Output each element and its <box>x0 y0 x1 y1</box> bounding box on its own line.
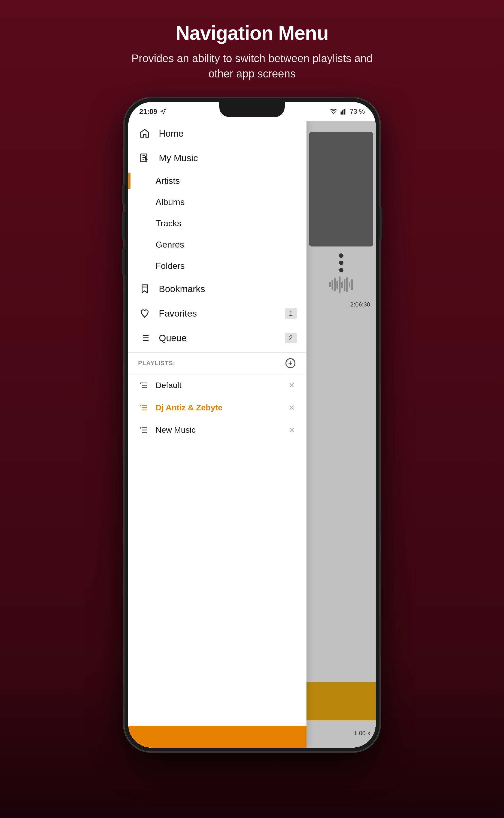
page-subtitle: Provides an ability to switch between pl… <box>129 51 375 81</box>
playlist-dj-antiz-icon <box>138 402 149 413</box>
svg-rect-2 <box>341 111 342 114</box>
bookmarks-icon <box>138 282 151 295</box>
nav-item-my-music[interactable]: My Music <box>128 145 306 170</box>
playlist-item-default[interactable]: Default ✕ <box>128 374 306 396</box>
battery-text: 73 % <box>350 108 365 115</box>
phone-screen: 21:09 73 % <box>128 102 376 748</box>
playlist-default-label: Default <box>156 381 287 390</box>
album-art <box>309 132 373 247</box>
favorites-badge: 1 <box>285 308 296 319</box>
svg-rect-3 <box>342 110 343 114</box>
signal-icon <box>341 108 347 115</box>
queue-label: Queue <box>159 333 187 343</box>
notch <box>219 102 285 117</box>
right-side: 2:06:30 1.00 x <box>306 121 376 748</box>
albums-label: Albums <box>156 197 185 207</box>
svg-rect-5 <box>345 108 346 114</box>
queue-icon <box>138 331 151 344</box>
playlist-new-music-close[interactable]: ✕ <box>287 425 297 435</box>
playlists-section-label: PLAYLISTS: <box>138 360 284 367</box>
my-music-icon <box>138 151 151 164</box>
player-controls-bg <box>306 682 376 720</box>
playlist-new-music-label: New Music <box>156 425 287 435</box>
bookmarks-label: Bookmarks <box>159 284 205 294</box>
phone-button-left-2 <box>122 212 125 240</box>
phone-button-left-3 <box>122 248 125 275</box>
folders-label: Folders <box>156 261 185 271</box>
playlists-header: PLAYLISTS: <box>128 352 306 374</box>
playlist-default-close[interactable]: ✕ <box>287 380 297 390</box>
playlist-default-icon <box>138 380 149 391</box>
page-title: Navigation Menu <box>129 22 375 44</box>
tracks-label: Tracks <box>156 219 181 229</box>
home-icon <box>138 127 151 140</box>
genres-label: Genres <box>156 240 184 250</box>
phone-button-right <box>379 207 382 240</box>
add-playlist-button[interactable] <box>284 357 297 369</box>
favorites-label: Favorites <box>159 308 197 319</box>
navigation-icon <box>160 108 166 114</box>
nav-item-home[interactable]: Home <box>128 121 306 145</box>
playlist-item-dj-antiz[interactable]: Dj Antiz & Zebyte ✕ <box>128 396 306 419</box>
waveform <box>306 274 376 296</box>
playlist-dj-antiz-label: Dj Antiz & Zebyte <box>156 403 287 412</box>
add-icon <box>285 358 296 369</box>
svg-point-31 <box>339 261 343 265</box>
playlist-new-music-icon <box>138 425 149 435</box>
svg-marker-0 <box>161 109 165 114</box>
more-options-icon[interactable] <box>335 252 347 274</box>
player-speed: 1.00 x <box>354 730 370 737</box>
svg-point-32 <box>339 268 343 273</box>
favorites-icon <box>138 307 151 320</box>
artists-label: Artists <box>156 176 180 186</box>
page-header: Navigation Menu Provides an ability to s… <box>129 22 375 81</box>
svg-point-30 <box>339 253 343 258</box>
queue-badge: 2 <box>285 333 296 343</box>
nav-item-favorites[interactable]: Favorites 1 <box>128 301 306 326</box>
home-label: Home <box>159 128 184 139</box>
nav-subitem-folders[interactable]: Folders <box>128 255 306 277</box>
nav-subitem-genres[interactable]: Genres <box>128 234 306 255</box>
playlist-item-new-music[interactable]: New Music ✕ <box>128 419 306 441</box>
phone-wrapper: 21:09 73 % <box>124 98 380 752</box>
player-time: 2:06:30 <box>350 301 370 308</box>
bottom-nav-bar <box>128 726 306 748</box>
status-time-group: 21:09 <box>139 107 166 116</box>
svg-point-1 <box>333 113 334 114</box>
nav-item-bookmarks[interactable]: Bookmarks <box>128 277 306 301</box>
wifi-icon <box>330 108 337 115</box>
nav-subitem-artists[interactable]: Artists <box>128 170 306 191</box>
my-music-label: My Music <box>159 153 198 163</box>
nav-subitem-tracks[interactable]: Tracks <box>128 213 306 234</box>
nav-drawer: Home My Music Artist <box>128 121 306 748</box>
status-icons: 73 % <box>330 108 365 115</box>
status-time: 21:09 <box>139 107 157 116</box>
playlist-dj-antiz-close[interactable]: ✕ <box>287 403 297 413</box>
phone-button-left-1 <box>122 185 125 204</box>
active-indicator <box>128 172 130 189</box>
nav-subitem-albums[interactable]: Albums <box>128 191 306 213</box>
screen-content: Home My Music Artist <box>128 121 376 748</box>
svg-rect-4 <box>344 109 345 114</box>
nav-item-queue[interactable]: Queue 2 <box>128 326 306 350</box>
